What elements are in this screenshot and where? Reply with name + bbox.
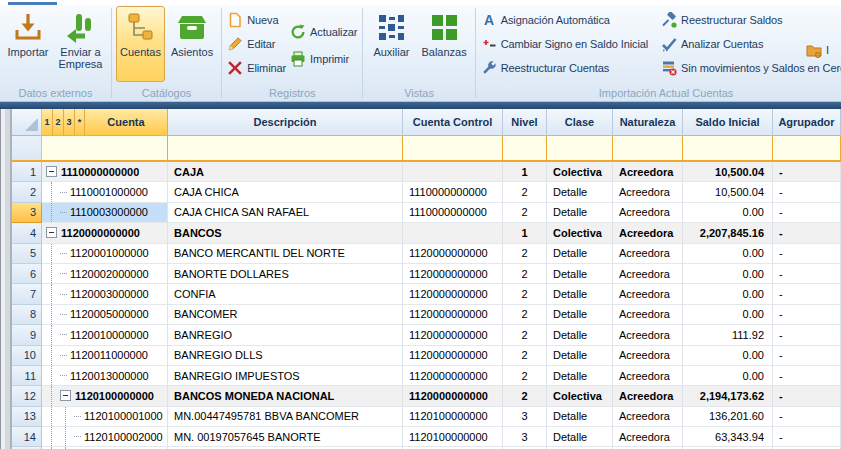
cell-nivel[interactable]: 1 xyxy=(503,223,547,243)
cell-clase[interactable]: Detalle xyxy=(547,244,613,264)
cell-cuenta-control[interactable]: 1120000000000 xyxy=(403,346,503,366)
sin-movimientos-y-saldos-en-ceros-button[interactable]: Sin movimientos y Saldos en Ceros xyxy=(661,58,841,77)
filter-cell-clase[interactable] xyxy=(547,136,613,160)
cell-cuenta[interactable]: 1120100001000 xyxy=(42,407,168,427)
cell-agrupador[interactable]: - xyxy=(773,182,841,202)
cell-agrupador[interactable]: - xyxy=(773,305,841,325)
cell-cuenta[interactable]: 1110000000000 xyxy=(42,162,168,182)
cell-clase[interactable]: Detalle xyxy=(547,264,613,284)
column-header-cuenta[interactable]: Cuenta xyxy=(85,109,168,136)
cell-cuenta-control[interactable]: 1120000000000 xyxy=(403,386,503,406)
table-row[interactable]: 14 1120100002000 MN. 00197057645 BANORTE… xyxy=(12,427,841,447)
row-number[interactable]: 4 xyxy=(12,223,42,243)
collapse-minus-icon[interactable] xyxy=(46,227,57,238)
actualizar-button[interactable]: Actualizar xyxy=(290,22,357,41)
cell-cuenta[interactable]: 1110001000000 xyxy=(42,182,168,202)
cell-cuenta[interactable]: 1120100002000 xyxy=(42,427,168,447)
cell-naturaleza[interactable]: Acreedora xyxy=(613,203,683,223)
cell-clase[interactable]: Detalle xyxy=(547,366,613,386)
row-number[interactable]: 12 xyxy=(12,386,42,406)
cell-naturaleza[interactable]: Acreedora xyxy=(613,305,683,325)
cell-clase[interactable]: Colectiva xyxy=(547,386,613,406)
cell-saldo-inicial[interactable]: 2,207,845.16 xyxy=(683,223,773,243)
cell-naturaleza[interactable]: Acreedora xyxy=(613,366,683,386)
cell-cuenta-control[interactable]: 1120000000000 xyxy=(403,325,503,345)
cell-nivel[interactable]: 2 xyxy=(503,203,547,223)
cell-clase[interactable]: Detalle xyxy=(547,305,613,325)
level-button-all[interactable]: * xyxy=(75,109,85,136)
row-number[interactable]: 2 xyxy=(12,182,42,202)
cell-nivel[interactable]: 3 xyxy=(503,427,547,447)
nueva-button[interactable]: Nueva xyxy=(227,10,286,29)
cell-nivel[interactable]: 2 xyxy=(503,244,547,264)
row-number[interactable]: 14 xyxy=(12,427,42,447)
cell-naturaleza[interactable]: Acreedora xyxy=(613,162,683,182)
column-header-cuenta-control[interactable]: Cuenta Control xyxy=(403,109,503,136)
cell-descripcion[interactable]: BANCOMER xyxy=(168,305,403,325)
eliminar-button[interactable]: Eliminar xyxy=(227,58,286,77)
table-row[interactable]: 4 1120000000000 BANCOS 1 Colectiva Acree… xyxy=(12,223,841,243)
cell-agrupador[interactable]: - xyxy=(773,284,841,304)
row-number[interactable]: 9 xyxy=(12,325,42,345)
filter-cell-nivel[interactable] xyxy=(503,136,547,160)
cell-cuenta[interactable]: 1120100000000 xyxy=(42,386,168,406)
cell-descripcion[interactable]: BANREGIO DLLS xyxy=(168,346,403,366)
filter-cell-saldo-inicial[interactable] xyxy=(683,136,773,160)
cell-descripcion[interactable]: MN.00447495781 BBVA BANCOMER xyxy=(168,407,403,427)
collapse-minus-icon[interactable] xyxy=(46,166,57,177)
cell-cuenta-control[interactable]: 1120100000000 xyxy=(403,407,503,427)
asientos-button[interactable]: Asientos xyxy=(167,6,217,82)
reestructurar-cuentas-button[interactable]: Reestructurar Cuentas xyxy=(481,58,648,77)
row-number[interactable]: 5 xyxy=(12,244,42,264)
cell-descripcion[interactable]: BANCO MERCANTIL DEL NORTE xyxy=(168,244,403,264)
table-row[interactable]: 13 1120100001000 MN.00447495781 BBVA BAN… xyxy=(12,407,841,427)
filter-cell-agrupador[interactable] xyxy=(773,136,841,160)
auxiliar-button[interactable]: Auxiliar xyxy=(367,6,415,82)
column-header-clase[interactable]: Clase xyxy=(547,109,613,136)
clipped-ribbon-button[interactable]: I xyxy=(806,42,829,58)
asignacion-automatica-button[interactable]: A Asignación Automática xyxy=(481,10,648,29)
cell-naturaleza[interactable]: Acreedora xyxy=(613,284,683,304)
cell-descripcion[interactable]: BANCOS xyxy=(168,223,403,243)
importar-button[interactable]: Importar xyxy=(4,6,52,82)
column-header-descripcion[interactable]: Descripción xyxy=(168,109,403,136)
cell-descripcion[interactable]: BANREGIO IMPUESTOS xyxy=(168,366,403,386)
cell-agrupador[interactable]: - xyxy=(773,427,841,447)
cell-naturaleza[interactable]: Acreedora xyxy=(613,223,683,243)
cell-saldo-inicial[interactable]: 0.00 xyxy=(683,284,773,304)
balanzas-button[interactable]: Balanzas xyxy=(417,6,470,82)
cell-cuenta[interactable]: 1110003000000 xyxy=(42,203,168,223)
cell-nivel[interactable]: 1 xyxy=(503,162,547,182)
cell-naturaleza[interactable]: Acreedora xyxy=(613,346,683,366)
cell-nivel[interactable]: 2 xyxy=(503,325,547,345)
table-row[interactable]: 3 1110003000000 CAJA CHICA SAN RAFAEL 11… xyxy=(12,203,841,223)
table-row[interactable]: 8 1120005000000 BANCOMER 1120000000000 2… xyxy=(12,305,841,325)
cell-agrupador[interactable]: - xyxy=(773,407,841,427)
cell-saldo-inicial[interactable]: 136,201.60 xyxy=(683,407,773,427)
cell-cuenta[interactable]: 1120005000000 xyxy=(42,305,168,325)
column-header-nivel[interactable]: Nivel xyxy=(503,109,547,136)
cell-saldo-inicial[interactable]: 63,343.94 xyxy=(683,427,773,447)
cell-agrupador[interactable]: - xyxy=(773,264,841,284)
cell-naturaleza[interactable]: Acreedora xyxy=(613,264,683,284)
cell-agrupador[interactable]: - xyxy=(773,386,841,406)
cell-clase[interactable]: Detalle xyxy=(547,182,613,202)
cell-cuenta-control[interactable]: 1110000000000 xyxy=(403,182,503,202)
cell-saldo-inicial[interactable]: 10,500.04 xyxy=(683,162,773,182)
cell-naturaleza[interactable]: Acreedora xyxy=(613,386,683,406)
cell-clase[interactable]: Colectiva xyxy=(547,223,613,243)
level-button-3[interactable]: 3 xyxy=(64,109,75,136)
filter-cell-cuenta[interactable] xyxy=(42,136,168,160)
cell-saldo-inicial[interactable]: 0.00 xyxy=(683,305,773,325)
table-row[interactable]: 2 1110001000000 CAJA CHICA 1110000000000… xyxy=(12,182,841,202)
cell-cuenta-control[interactable]: 1120000000000 xyxy=(403,305,503,325)
cell-cuenta[interactable]: 1120000000000 xyxy=(42,223,168,243)
cell-clase[interactable]: Detalle xyxy=(547,284,613,304)
cell-nivel[interactable]: 2 xyxy=(503,305,547,325)
table-row[interactable]: 10 1120011000000 BANREGIO DLLS 112000000… xyxy=(12,346,841,366)
cell-clase[interactable]: Detalle xyxy=(547,325,613,345)
cell-saldo-inicial[interactable]: 10,500.04 xyxy=(683,182,773,202)
cell-descripcion[interactable]: BANORTE DOLLARES xyxy=(168,264,403,284)
reestructurar-saldos-button[interactable]: Reestructurar Saldos xyxy=(661,10,841,29)
cell-clase[interactable]: Detalle xyxy=(547,407,613,427)
